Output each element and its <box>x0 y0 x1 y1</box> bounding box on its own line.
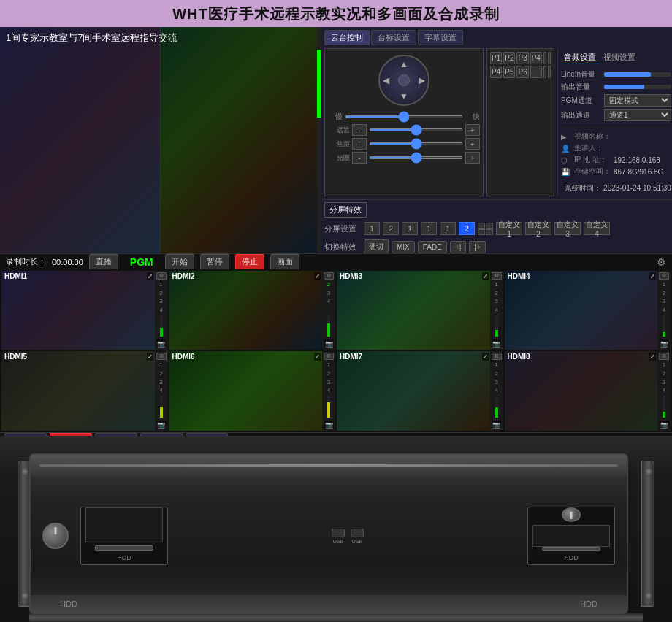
custom2-btn[interactable]: 自定义2 <box>525 222 551 235</box>
settings-icon[interactable]: ⚙ <box>657 256 666 268</box>
hdmi7-expand[interactable]: ⤢ <box>482 353 489 361</box>
live-btn[interactable]: 直播 <box>89 254 118 269</box>
light-minus[interactable]: - <box>352 152 367 164</box>
fade-btn[interactable]: FADE <box>418 241 447 253</box>
hdmi3-num3[interactable]: 3 <box>495 298 497 305</box>
hdmi8-num4[interactable]: 4 <box>663 387 665 394</box>
preset-p5a[interactable] <box>543 52 546 64</box>
hdmi4-cam[interactable]: 📷 <box>660 339 669 348</box>
hdmi6-num1[interactable]: 1 <box>327 361 330 369</box>
split-btn-1b[interactable]: 1 <box>402 222 418 235</box>
ptz-down-icon[interactable]: ▼ <box>400 91 408 101</box>
hdmi5-expand[interactable]: ⤢ <box>147 353 153 361</box>
hdmi5-num1[interactable]: 1 <box>159 361 162 369</box>
hdmi4-num2[interactable]: 2 <box>663 290 665 297</box>
split-btn-1[interactable]: 1 <box>364 222 380 235</box>
preset-p5b[interactable] <box>548 52 551 64</box>
preset-p4[interactable]: P4 <box>530 52 542 64</box>
speed-slider[interactable] <box>345 115 463 118</box>
hw-drive-handle-right[interactable] <box>542 547 600 551</box>
tab-cloud-control[interactable]: 云台控制 <box>324 30 370 45</box>
hdmi8-num3[interactable]: 3 <box>663 379 665 386</box>
hw-usb1[interactable] <box>332 529 345 537</box>
hdmi5-num3[interactable]: 3 <box>159 379 162 386</box>
hdmi6-cam[interactable]: 📷 <box>324 421 334 429</box>
stop-btn[interactable]: 停止 <box>235 254 264 269</box>
hdmi5-num2[interactable]: 2 <box>159 370 162 377</box>
pause-btn[interactable]: 暂停 <box>200 254 229 269</box>
tab-preset[interactable]: 台标设置 <box>371 30 416 45</box>
hdmi6-expand[interactable]: ⤢ <box>314 353 321 361</box>
hdmi1-num1[interactable]: 1 <box>159 281 162 288</box>
hdmi7-num1[interactable]: 1 <box>495 361 497 369</box>
preset-p9[interactable] <box>548 66 551 78</box>
light-slider[interactable] <box>369 156 463 159</box>
hdmi1-settings[interactable]: ⚙ <box>156 272 167 280</box>
hdmi1-expand[interactable]: ⤢ <box>147 272 153 280</box>
split-btn-2b[interactable]: 2 <box>459 222 475 235</box>
focus-slider[interactable] <box>369 142 463 145</box>
frame-btn[interactable]: 画面 <box>270 254 299 269</box>
split-btn-2[interactable]: 2 <box>383 222 399 235</box>
hdmi4-expand[interactable]: ⤢ <box>649 272 656 280</box>
focus-plus[interactable]: + <box>465 138 480 150</box>
hdmi1-num4[interactable]: 4 <box>159 307 162 314</box>
hdmi3-num2[interactable]: 2 <box>495 290 497 297</box>
light-plus[interactable]: + <box>465 152 480 164</box>
hdmi5-settings[interactable]: ⚙ <box>156 353 167 360</box>
preset-p6[interactable]: P6 <box>516 66 528 78</box>
start-btn[interactable]: 开始 <box>165 254 194 269</box>
preset-p2[interactable]: P2 <box>503 52 515 64</box>
ptz-joystick[interactable]: ▲ ▼ ◀ ▶ <box>378 55 429 106</box>
hdmi3-expand[interactable]: ⤢ <box>482 272 489 280</box>
hdmi1-num2[interactable]: 2 <box>159 290 162 297</box>
split-g2[interactable] <box>486 223 493 229</box>
hw-knob-right[interactable] <box>562 507 581 522</box>
split-g1[interactable] <box>478 223 485 229</box>
hdmi8-cam[interactable]: 📷 <box>660 421 669 429</box>
custom4-btn[interactable]: 自定义4 <box>584 222 610 235</box>
hdmi8-num1[interactable]: 1 <box>663 361 665 369</box>
hdmi6-settings[interactable]: ⚙ <box>324 353 334 360</box>
hdmi3-num4[interactable]: 4 <box>495 307 497 314</box>
preset-p8[interactable] <box>543 66 546 78</box>
hdmi2-cam[interactable]: 📷 <box>324 339 334 348</box>
hdmi7-settings[interactable]: ⚙ <box>492 353 502 360</box>
hdmi3-settings[interactable]: ⚙ <box>492 272 502 280</box>
hdmi8-num2[interactable]: 2 <box>663 370 665 377</box>
ptz-right-icon[interactable]: ▶ <box>419 75 425 85</box>
far-minus[interactable]: - <box>352 124 367 136</box>
hdmi7-num3[interactable]: 3 <box>495 379 497 386</box>
linein-bar[interactable] <box>604 72 671 77</box>
split-g4[interactable] <box>486 229 493 235</box>
hdmi2-num1-active[interactable]: 2 <box>327 281 330 288</box>
preset-p7[interactable] <box>530 66 542 78</box>
hdmi7-num2[interactable]: 2 <box>495 370 497 377</box>
hdmi1-cam[interactable]: 📷 <box>156 339 166 348</box>
hdmi6-num3[interactable]: 3 <box>327 379 330 386</box>
hdmi3-num1[interactable]: 1 <box>495 281 497 288</box>
hdmi5-num4[interactable]: 4 <box>159 387 162 394</box>
hdmi8-settings[interactable]: ⚙ <box>659 353 669 360</box>
hdmi5-cam[interactable]: 📷 <box>156 421 166 429</box>
preset-p3[interactable]: P3 <box>516 52 528 64</box>
hdmi4-num1[interactable]: 1 <box>663 281 665 288</box>
split-btn-1c[interactable]: 1 <box>421 222 437 235</box>
hdmi4-settings[interactable]: ⚙ <box>659 272 669 280</box>
hdmi7-cam[interactable]: 📷 <box>492 421 501 429</box>
output-bar[interactable] <box>604 85 671 89</box>
hdmi1-num3[interactable]: 3 <box>159 298 162 305</box>
preset-p5c[interactable]: P5 <box>503 66 515 78</box>
hw-knob-left[interactable] <box>42 523 69 549</box>
right-plus-btn[interactable]: |+ <box>469 241 485 253</box>
tab-audio[interactable]: 音频设置 <box>561 51 599 64</box>
split-g3[interactable] <box>478 229 485 235</box>
ptz-up-icon[interactable]: ▲ <box>400 59 408 69</box>
custom3-btn[interactable]: 自定义3 <box>554 222 581 235</box>
hw-drive-handle-left[interactable] <box>95 545 153 551</box>
hdmi4-num4[interactable]: 4 <box>663 307 665 314</box>
hdmi6-num4[interactable]: 4 <box>327 387 330 394</box>
hdmi2-num2[interactable]: 3 <box>327 290 330 297</box>
focus-minus[interactable]: - <box>352 138 367 150</box>
hdmi6-num2[interactable]: 2 <box>327 370 330 377</box>
